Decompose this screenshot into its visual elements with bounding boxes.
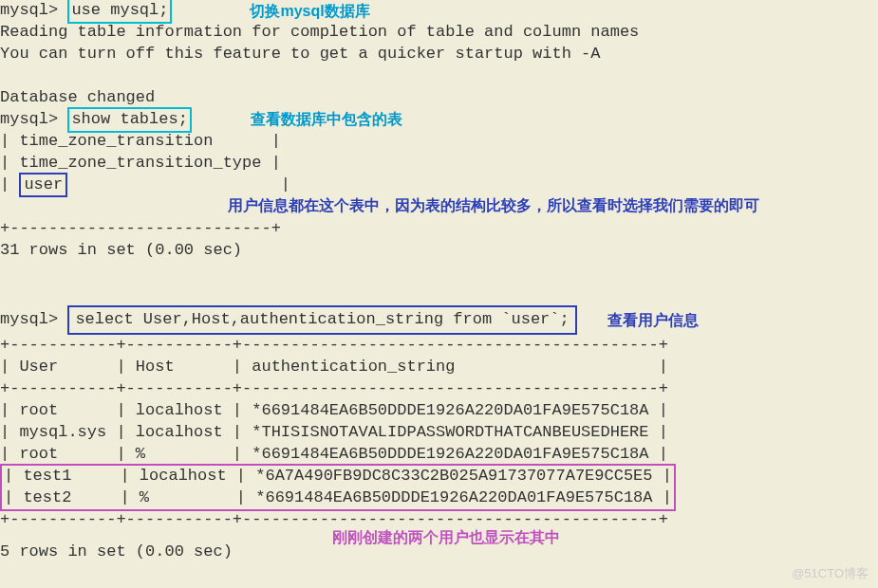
- mysql-prompt: mysql>: [0, 310, 58, 328]
- user-table-highlight: user: [19, 173, 67, 198]
- result-row-root-any: | root | % | *6691484EA6B50DDDE1926A220D…: [0, 444, 878, 466]
- mysql-prompt: mysql>: [0, 1, 58, 19]
- output-reading-2: You can turn off this feature to get a q…: [0, 44, 878, 65]
- tables-row-user: | user |: [0, 175, 878, 196]
- command-line-2: mysql> show tables; 查看数据库中包含的表: [0, 109, 878, 131]
- result-row-test1: | test1 | localhost | *6A7A490FB9DC8C33C…: [4, 466, 672, 487]
- annotation-show-tables: 查看数据库中包含的表: [251, 109, 402, 130]
- tables-row-tz-transition-type: | time_zone_transition_type |: [0, 153, 878, 175]
- output-reading-1: Reading table information for completion…: [0, 22, 878, 44]
- annotation-switch-db: 切换mysql数据库: [250, 1, 369, 22]
- output-db-changed: Database changed: [0, 87, 878, 109]
- command-use-mysql: use mysql;: [67, 0, 172, 24]
- command-select-user: select User,Host,authentication_string f…: [67, 305, 576, 335]
- result-sep-mid: +-----------+-----------+---------------…: [0, 378, 878, 400]
- result-row-mysqlsys: | mysql.sys | localhost | *THISISNOTAVAL…: [0, 422, 878, 444]
- result-row-test2: | test2 | % | *6691484EA6B50DDDE1926A220…: [4, 487, 672, 509]
- command-line-3: mysql> select User,Host,authentication_s…: [0, 305, 878, 335]
- result-row-root-localhost: | root | localhost | *6691484EA6B50DDDE1…: [0, 400, 878, 422]
- command-line-1: mysql> use mysql; 切换mysql数据库: [0, 0, 878, 22]
- watermark: @51CTO博客: [792, 565, 869, 582]
- tables-row-tz-transition: | time_zone_transition |: [0, 131, 878, 153]
- result-header: | User | Host | authentication_string |: [0, 357, 878, 378]
- new-users-highlight-box: | test1 | localhost | *6A7A490FB9DC8C33C…: [0, 466, 676, 509]
- tables-footer-sep: +---------------------------+: [0, 218, 878, 240]
- annotation-user-table-info: 用户信息都在这个表中，因为表的结构比较多，所以查看时选择我们需要的即可: [0, 195, 878, 218]
- tables-row-count: 31 rows in set (0.00 sec): [0, 240, 878, 262]
- mysql-prompt: mysql>: [0, 110, 58, 128]
- command-show-tables: show tables;: [67, 107, 191, 133]
- annotation-view-user-info: 查看用户信息: [607, 310, 699, 331]
- result-sep-top: +-----------+-----------+---------------…: [0, 335, 878, 357]
